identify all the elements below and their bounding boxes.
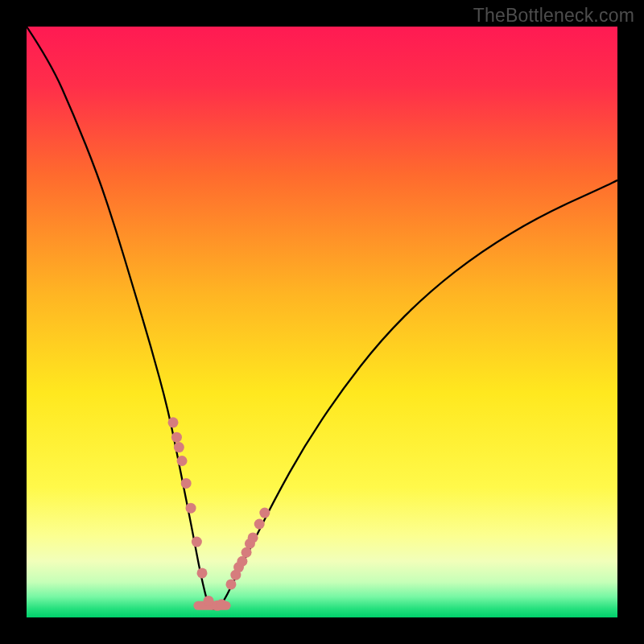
marker-point (192, 537, 202, 547)
plot-area (27, 27, 617, 617)
marker-point (225, 579, 236, 589)
marker-point (181, 478, 192, 489)
marker-point (248, 532, 258, 543)
marker-point (259, 508, 270, 518)
marker-point (168, 417, 179, 427)
marker-point (171, 432, 182, 443)
watermark-text: TheBottleneck.com (473, 5, 634, 27)
marker-point (217, 599, 227, 609)
bottleneck-curve (27, 27, 617, 609)
marker-point (174, 442, 184, 452)
marker-point (254, 519, 265, 530)
sample-markers (168, 417, 270, 611)
chart-frame: TheBottleneck.com (0, 0, 644, 644)
marker-point (177, 456, 188, 466)
marker-point (196, 568, 207, 578)
marker-point (204, 596, 214, 606)
marker-point (186, 503, 196, 514)
curve-layer (27, 27, 617, 617)
